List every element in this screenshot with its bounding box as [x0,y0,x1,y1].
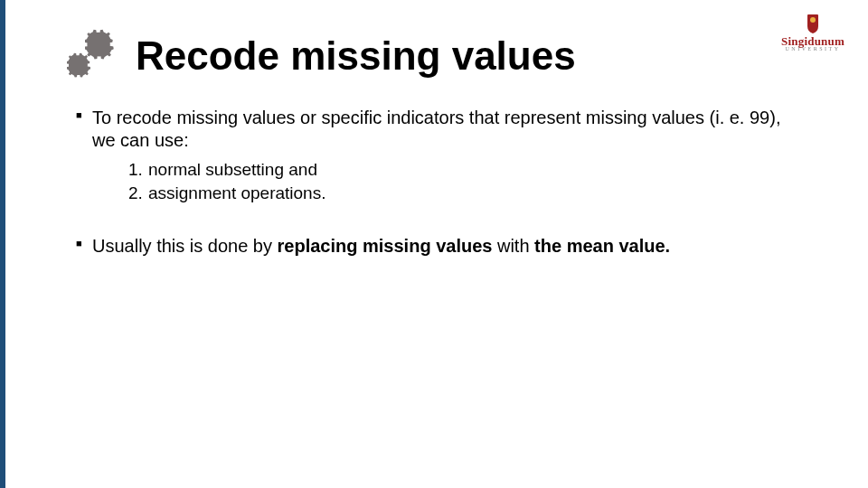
conclusion-part-a: Usually this is done by [92,236,278,256]
list-number: 1. [128,159,148,181]
gears-icon [69,31,119,81]
bullet-conclusion: Usually this is done by replacing missin… [76,235,797,258]
conclusion-part-c: with [492,236,534,256]
slide-title: Recode missing values [136,33,576,79]
list-number: 2. [128,183,148,204]
conclusion-part-b: replacing missing values [278,236,493,256]
list-item: 1. normal subsetting and [128,159,797,181]
bullet-intro-text: To recode missing values or specific ind… [92,108,780,150]
slide-body: To recode missing values or specific ind… [5,101,868,258]
conclusion-part-d: the mean value. [534,236,670,256]
slide: Singidunum UNIVERSITY Recode missing val… [0,0,868,488]
list-text: assignment operations. [148,183,326,204]
list-text: normal subsetting and [148,159,317,181]
numbered-list: 1. normal subsetting and 2. assignment o… [76,159,797,204]
bullet-intro: To recode missing values or specific ind… [76,107,797,152]
slide-header: Recode missing values [5,0,868,101]
list-item: 2. assignment operations. [128,183,797,204]
